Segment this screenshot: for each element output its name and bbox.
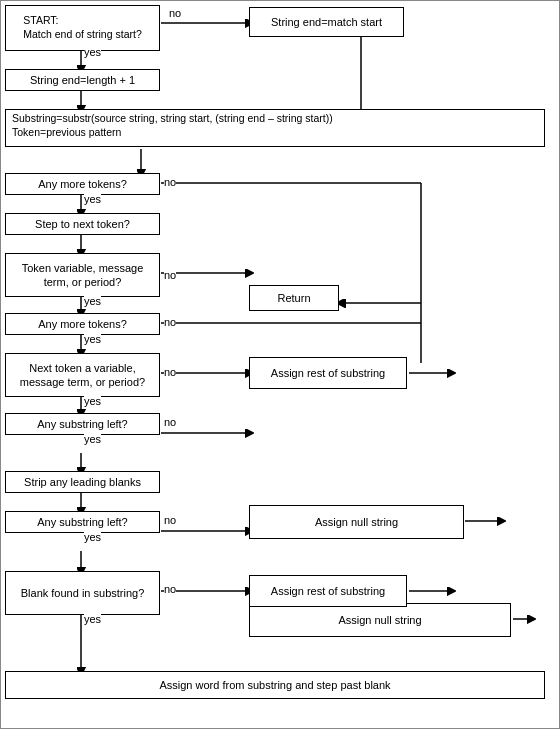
yes-2: yes [84, 295, 101, 307]
yes-label-start: yes [84, 46, 101, 58]
any-substring-left-2-box: Any substring left? [5, 511, 160, 533]
next-token-variable-box: Next token a variable,message term, or p… [5, 353, 160, 397]
no-6: no [164, 514, 176, 526]
token-variable-box: Token variable, messageterm, or period? [5, 253, 160, 297]
start-decision-box: START:Match end of string start? [5, 5, 160, 51]
no-3: no [164, 316, 176, 328]
blank-found-box: Blank found in substring? [5, 571, 160, 615]
no-7: no [164, 583, 176, 595]
no-4: no [164, 366, 176, 378]
yes-7: yes [84, 613, 101, 625]
string-end-match-box: String end=match start [249, 7, 404, 37]
yes-1: yes [84, 193, 101, 205]
yes-6: yes [84, 531, 101, 543]
step-next-token-box: Step to next token? [5, 213, 160, 235]
no-label-start: no [169, 7, 181, 19]
no-1: no [164, 176, 176, 188]
string-end-length-box: String end=length + 1 [5, 69, 160, 91]
flowchart: START:Match end of string start? no yes … [0, 0, 560, 729]
any-more-tokens-1-box: Any more tokens? [5, 173, 160, 195]
assign-null-2-box: Assign null string [249, 603, 511, 637]
any-more-tokens-2-box: Any more tokens? [5, 313, 160, 335]
assign-rest-1-box: Assign rest of substring [249, 357, 407, 389]
any-substring-left-1-box: Any substring left? [5, 413, 160, 435]
yes-3: yes [84, 333, 101, 345]
assign-null-1-box: Assign null string [249, 505, 464, 539]
assign-word-box: Assign word from substring and step past… [5, 671, 545, 699]
return-box: Return [249, 285, 339, 311]
strip-blanks-box: Strip any leading blanks [5, 471, 160, 493]
substring-token-box: Substring=substr(source string, string s… [5, 109, 545, 147]
yes-4: yes [84, 395, 101, 407]
yes-5: yes [84, 433, 101, 445]
assign-rest-2-box: Assign rest of substring [249, 575, 407, 607]
no-2: no [164, 269, 176, 281]
no-5: no [164, 416, 176, 428]
